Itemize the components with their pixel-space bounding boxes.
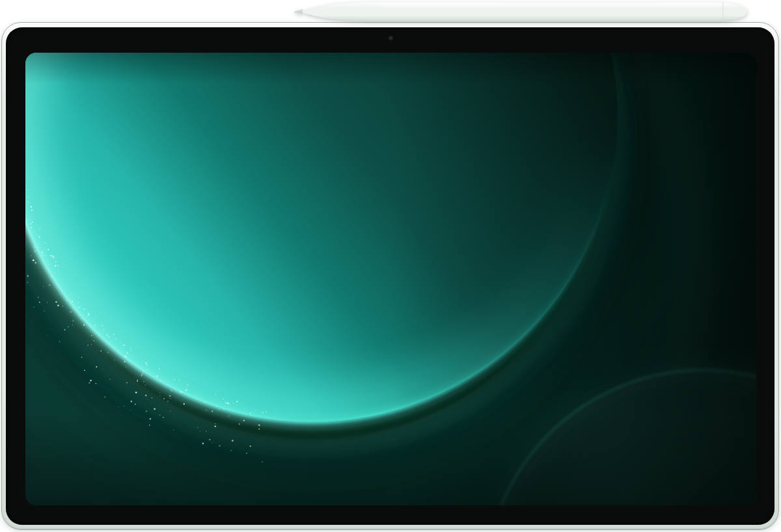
wallpaper-graphic <box>25 53 756 505</box>
bottom-vignette <box>25 53 756 505</box>
top-vignette <box>25 53 756 84</box>
stylus-pen <box>293 1 748 23</box>
stylus-cap-seam <box>722 3 724 21</box>
product-photo <box>0 0 781 532</box>
stylus-nib <box>295 9 303 14</box>
front-camera <box>387 34 394 42</box>
screen-bezel <box>6 27 774 525</box>
stylus-highlight <box>377 4 729 7</box>
tablet-device <box>1 22 779 530</box>
camera-lens-icon <box>389 36 392 40</box>
tablet-screen <box>25 53 756 505</box>
